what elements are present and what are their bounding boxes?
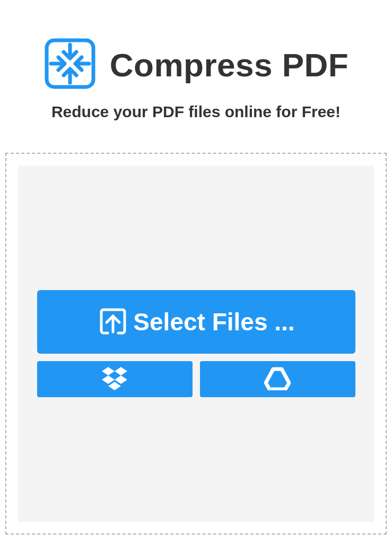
svg-marker-8 [102,375,115,384]
page-header: Compress PDF [0,37,392,92]
select-files-button[interactable]: Select Files ... [37,290,355,354]
dropbox-icon [101,367,128,392]
svg-marker-10 [108,382,121,390]
svg-marker-7 [115,367,127,375]
upload-icon [97,305,129,339]
select-files-label: Select Files ... [133,308,294,336]
svg-marker-6 [102,367,115,375]
google-drive-icon [264,367,291,392]
dropbox-button[interactable] [37,361,193,397]
page-title: Compress PDF [110,46,349,84]
svg-marker-9 [115,375,127,384]
upload-panel: Select Files ... [18,165,374,522]
cloud-provider-row [37,361,355,397]
google-drive-button[interactable] [200,361,355,397]
file-dropzone[interactable]: Select Files ... [5,153,387,535]
page-subtitle: Reduce your PDF files online for Free! [0,103,392,121]
compress-icon [43,37,97,92]
